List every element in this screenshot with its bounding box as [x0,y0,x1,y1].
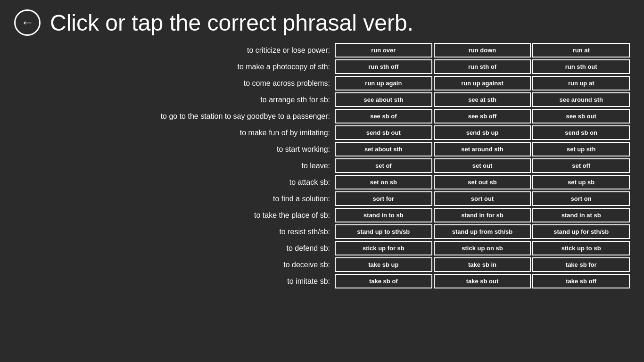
answer-button-0-2[interactable]: run at [532,43,630,58]
answer-button-14-2[interactable]: take sb off [532,274,630,288]
answer-button-0-1[interactable]: run down [434,43,531,58]
answer-group: stand up to sth/sbstand up from sth/sbst… [335,224,630,239]
answer-button-4-1[interactable]: see sb off [434,109,531,123]
question-label: to deceive sb: [14,261,335,269]
question-label: to go to the station to say goodbye to a… [14,112,335,121]
answer-button-5-1[interactable]: send sb up [434,125,531,140]
quiz-row: to come across problems:run up againrun … [14,76,630,90]
answer-button-13-0[interactable]: take sb up [335,257,432,272]
answer-button-14-1[interactable]: take sb out [434,274,531,288]
answer-button-9-1[interactable]: sort out [434,191,531,206]
quiz-row: to make fun of by imitating:send sb outs… [14,125,630,140]
answer-button-7-0[interactable]: set of [335,158,432,173]
quiz-row: to attack sb:set on sbset out sbset up s… [14,175,630,189]
answer-button-10-0[interactable]: stand in to sb [335,208,432,222]
answer-group: take sb oftake sb outtake sb off [335,274,630,288]
answer-button-0-0[interactable]: run over [335,43,432,58]
answer-group: send sb outsend sb upsend sb on [335,125,630,140]
question-label: to leave: [14,162,335,170]
quiz-row: to criticize or lose power:run overrun d… [14,43,630,58]
answer-group: see about sthsee at sthsee around sth [335,92,630,107]
answer-group: take sb uptake sb intake sb for [335,257,630,272]
answer-group: run overrun downrun at [335,43,630,58]
answer-button-1-1[interactable]: run sth of [434,59,531,74]
answer-group: run sth offrun sth ofrun sth out [335,59,630,74]
answer-button-6-1[interactable]: set around sth [434,142,531,156]
answer-button-6-2[interactable]: set up sth [532,142,630,156]
quiz-content: to criticize or lose power:run overrun d… [0,41,644,293]
answer-group: stick up for sbstick up on sbstick up to… [335,241,630,255]
quiz-row: to leave:set ofset outset off [14,158,630,173]
quiz-row: to start working:set about sthset around… [14,142,630,156]
answer-button-9-2[interactable]: sort on [532,191,630,206]
answer-group: stand in to sbstand in for sbstand in at… [335,208,630,222]
answer-button-4-0[interactable]: see sb of [335,109,432,123]
quiz-row: to make a photocopy of sth:run sth offru… [14,59,630,74]
answer-button-13-1[interactable]: take sb in [434,257,531,272]
answer-group: set ofset outset off [335,158,630,173]
answer-button-3-0[interactable]: see about sth [335,92,432,107]
header: ← Click or tap the correct phrasal verb. [0,0,644,41]
answer-button-1-0[interactable]: run sth off [335,59,432,74]
quiz-row: to defend sb:stick up for sbstick up on … [14,241,630,255]
answer-button-3-1[interactable]: see at sth [434,92,531,107]
back-button[interactable]: ← [14,9,41,36]
answer-button-5-2[interactable]: send sb on [532,125,630,140]
answer-button-4-2[interactable]: see sb out [532,109,630,123]
answer-button-11-0[interactable]: stand up to sth/sb [335,224,432,239]
answer-button-2-0[interactable]: run up again [335,76,432,90]
answer-button-8-2[interactable]: set up sb [532,175,630,189]
answer-button-11-1[interactable]: stand up from sth/sb [434,224,531,239]
question-label: to resist sth/sb: [14,228,335,236]
quiz-row: to find a solution:sort forsort outsort … [14,191,630,206]
answer-group: run up againrun up againstrun up at [335,76,630,90]
back-arrow-icon: ← [21,16,34,29]
answer-button-12-1[interactable]: stick up on sb [434,241,531,255]
answer-button-14-0[interactable]: take sb of [335,274,432,288]
answer-button-13-2[interactable]: take sb for [532,257,630,272]
answer-button-9-0[interactable]: sort for [335,191,432,206]
answer-button-12-2[interactable]: stick up to sb [532,241,630,255]
question-label: to arrange sth for sb: [14,96,335,104]
answer-button-12-0[interactable]: stick up for sb [335,241,432,255]
answer-button-5-0[interactable]: send sb out [335,125,432,140]
question-label: to come across problems: [14,79,335,88]
question-label: to criticize or lose power: [14,46,335,55]
quiz-row: to go to the station to say goodbye to a… [14,109,630,123]
answer-button-10-1[interactable]: stand in for sb [434,208,531,222]
question-label: to defend sb: [14,244,335,253]
answer-group: set on sbset out sbset up sb [335,175,630,189]
answer-button-1-2[interactable]: run sth out [532,59,630,74]
answer-button-3-2[interactable]: see around sth [532,92,630,107]
quiz-row: to imitate sb:take sb oftake sb outtake … [14,274,630,288]
answer-group: set about sthset around sthset up sth [335,142,630,156]
answer-button-2-1[interactable]: run up against [434,76,531,90]
quiz-row: to arrange sth for sb:see about sthsee a… [14,92,630,107]
answer-button-10-2[interactable]: stand in at sb [532,208,630,222]
question-label: to take the place of sb: [14,211,335,220]
answer-button-7-2[interactable]: set off [532,158,630,173]
question-label: to make fun of by imitating: [14,129,335,137]
answer-button-7-1[interactable]: set out [434,158,531,173]
answer-button-6-0[interactable]: set about sth [335,142,432,156]
quiz-row: to resist sth/sb:stand up to sth/sbstand… [14,224,630,239]
question-label: to find a solution: [14,195,335,203]
answer-group: sort forsort outsort on [335,191,630,206]
quiz-row: to deceive sb:take sb uptake sb intake s… [14,257,630,272]
question-label: to make a photocopy of sth: [14,63,335,71]
question-label: to start working: [14,145,335,154]
page-title: Click or tap the correct phrasal verb. [50,10,413,36]
answer-group: see sb ofsee sb offsee sb out [335,109,630,123]
answer-button-8-0[interactable]: set on sb [335,175,432,189]
answer-button-8-1[interactable]: set out sb [434,175,531,189]
question-label: to imitate sb: [14,277,335,286]
quiz-row: to take the place of sb:stand in to sbst… [14,208,630,222]
answer-button-11-2[interactable]: stand up for sth/sb [532,224,630,239]
answer-button-2-2[interactable]: run up at [532,76,630,90]
question-label: to attack sb: [14,178,335,187]
